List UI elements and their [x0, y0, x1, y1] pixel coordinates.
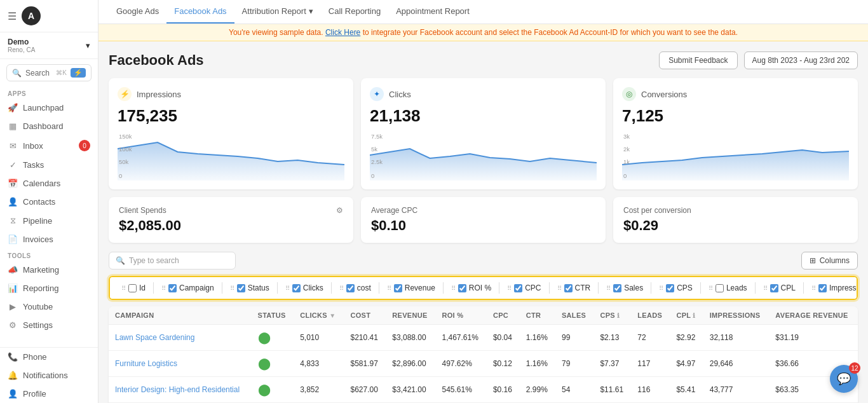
sidebar-item-youtube[interactable]: ▶Youtube	[0, 297, 98, 316]
sidebar-search[interactable]: 🔍 Search ⌘K ⚡	[6, 64, 92, 81]
invoices-icon: 📄	[8, 235, 18, 244]
col-toggle-status[interactable]: ⠿ Status	[226, 282, 273, 294]
checkbox-status[interactable]	[237, 284, 245, 292]
gear-icon[interactable]: ⚙	[336, 206, 343, 215]
col-toggle-cpc[interactable]: ⠿ CPC	[503, 282, 545, 294]
th-revenue: Revenue	[386, 306, 435, 325]
th-cpc: CPC	[487, 306, 520, 325]
chat-icon: 💬	[837, 372, 851, 386]
checkbox-roi[interactable]	[458, 284, 466, 292]
campaign-link[interactable]: Interior Design: High-end Residential	[115, 385, 240, 394]
sidebar-item-dashboard[interactable]: ▦Dashboard	[0, 117, 98, 135]
col-toggle-revenue[interactable]: ⠿ Revenue	[383, 282, 439, 294]
checkbox-revenue[interactable]	[394, 284, 402, 292]
sidebar-item-pipeline[interactable]: ⧖Pipeline	[0, 211, 98, 230]
clicks-icon: ✦	[370, 87, 384, 101]
checkbox-sales[interactable]	[613, 284, 621, 292]
col-toggle-roi[interactable]: ⠿ ROI %	[447, 282, 495, 294]
td-clicks: 3,852	[294, 377, 344, 403]
td-cost: $627.00	[344, 377, 386, 403]
checkbox-cpc[interactable]	[514, 284, 522, 292]
sidebar-item-contacts[interactable]: 👤Contacts	[0, 193, 98, 211]
hamburger-icon[interactable]: ☰	[8, 10, 17, 22]
checkbox-campaign[interactable]	[168, 284, 177, 292]
status-icon-active: ⬤	[258, 357, 271, 370]
impressions-chart: 150k 100k 50k 0	[118, 130, 344, 181]
sidebar-item-inbox[interactable]: ✉Inbox0	[0, 135, 98, 156]
col-toggle-cost[interactable]: ⠿ cost	[336, 282, 375, 294]
tab-appointment-report[interactable]: Appointment Report	[388, 0, 477, 24]
td-roi: 545.61%	[436, 377, 487, 403]
col-label-clicks: Clicks	[303, 283, 323, 292]
td-cpl: $2.92	[670, 325, 703, 351]
drag-handle-cpc: ⠿	[507, 285, 512, 292]
submit-feedback-button[interactable]: Submit Feedback	[659, 51, 737, 69]
checkbox-cpl[interactable]	[770, 284, 778, 292]
col-toggle-cpl[interactable]: ⠿ CPL	[759, 282, 799, 294]
sidebar-item-marketing[interactable]: 📣Marketing	[0, 261, 98, 279]
checkbox-ctr[interactable]	[564, 284, 573, 292]
demo-section[interactable]: Demo Reno, CA ▾	[0, 32, 98, 59]
status-icon-active: ⬤	[258, 383, 271, 396]
drag-handle-cost: ⠿	[339, 285, 344, 292]
lightning-icon[interactable]: ⚡	[71, 68, 86, 78]
drag-handle-cps: ⠿	[659, 285, 663, 292]
checkbox-cps[interactable]	[666, 284, 674, 292]
tab-google-ads[interactable]: Google Ads	[109, 0, 166, 24]
campaign-link[interactable]: Furniture Logistics	[115, 359, 177, 368]
notifications-icon: 🔔	[8, 371, 18, 380]
col-toggle-leads[interactable]: ⠿ Leads	[705, 282, 751, 294]
sidebar-item-reporting[interactable]: 📊Reporting	[0, 279, 98, 297]
table-search[interactable]: 🔍 Type to search	[109, 252, 236, 270]
td-cpc: $0.04	[487, 325, 520, 351]
td-campaign: Lawn Space Gardening	[109, 325, 252, 351]
demo-sub: Reno, CA	[8, 46, 35, 53]
tab-facebook-ads[interactable]: Facebook Ads	[166, 0, 234, 24]
checkbox-impressions[interactable]	[818, 284, 827, 292]
sidebar-item-notifications[interactable]: 🔔Notifications	[0, 366, 98, 385]
chat-button[interactable]: 💬 12	[830, 365, 858, 393]
columns-button[interactable]: ⊞ Columns	[801, 252, 858, 270]
top-navigation: Google Ads Facebook Ads Attribution Repo…	[98, 0, 868, 24]
col-label-cpc: CPC	[525, 283, 541, 292]
checkbox-clicks[interactable]	[292, 284, 301, 292]
table-row: Interior Design: High-end Residential ⬤ …	[109, 377, 858, 403]
tab-attribution-report[interactable]: Attribution Report▾	[234, 0, 321, 24]
col-divider-4	[379, 282, 379, 294]
col-toggle-ctr[interactable]: ⠿ CTR	[553, 282, 595, 294]
checkbox-leads[interactable]	[715, 284, 724, 292]
date-range-picker[interactable]: Aug 8th 2023 - Aug 23rd 202	[744, 51, 858, 69]
td-cost: $210.41	[344, 325, 386, 351]
small-cards-row: Client Spends ⚙ $2,085.00 Average CPC $0…	[109, 197, 858, 243]
sidebar-item-settings[interactable]: ⚙Settings	[0, 316, 98, 334]
sidebar-item-profile[interactable]: 👤Profile	[0, 385, 98, 403]
col-toggle-id[interactable]: ⠿ Id	[118, 282, 149, 294]
tab-call-reporting[interactable]: Call Reporting	[321, 0, 388, 24]
sidebar-item-launchpad[interactable]: 🚀Launchpad	[0, 99, 98, 117]
alert-link[interactable]: Click Here	[325, 28, 360, 37]
svg-text:50k: 50k	[119, 159, 129, 165]
td-cpl: $4.97	[670, 351, 703, 377]
sidebar-item-invoices[interactable]: 📄Invoices	[0, 230, 98, 249]
sidebar-item-tasks[interactable]: ✓Tasks	[0, 156, 98, 174]
sort-arrow-clicks: ▼	[329, 312, 336, 319]
svg-marker-10	[622, 150, 849, 181]
col-toggle-campaign[interactable]: ⠿ Campaign	[158, 282, 218, 294]
sidebar-item-calendars[interactable]: 📅Calendars	[0, 174, 98, 193]
checkbox-cost[interactable]	[346, 284, 355, 292]
drag-handle-ctr: ⠿	[557, 285, 562, 292]
search-shortcut: ⌘K	[56, 69, 67, 76]
col-toggle-cps[interactable]: ⠿ CPS	[655, 282, 696, 294]
clicks-card: ✦ Clicks 21,138 7.5k 5k 2.5k 0	[361, 78, 606, 189]
checkbox-id[interactable]	[128, 284, 137, 292]
sidebar-item-phone[interactable]: 📞Phone	[0, 348, 98, 366]
col-toggle-impressions[interactable]: ⠿ Impressions	[808, 282, 858, 294]
svg-text:1k: 1k	[623, 159, 630, 165]
campaign-link[interactable]: Lawn Space Gardening	[115, 333, 194, 342]
th-clicks[interactable]: Clicks ▼	[294, 306, 344, 325]
col-label-id: Id	[139, 283, 146, 292]
calendars-icon: 📅	[8, 179, 18, 188]
col-toggle-clicks[interactable]: ⠿ Clicks	[281, 282, 327, 294]
col-toggle-sales[interactable]: ⠿ Sales	[602, 282, 647, 294]
drag-handle-impressions: ⠿	[811, 285, 816, 292]
